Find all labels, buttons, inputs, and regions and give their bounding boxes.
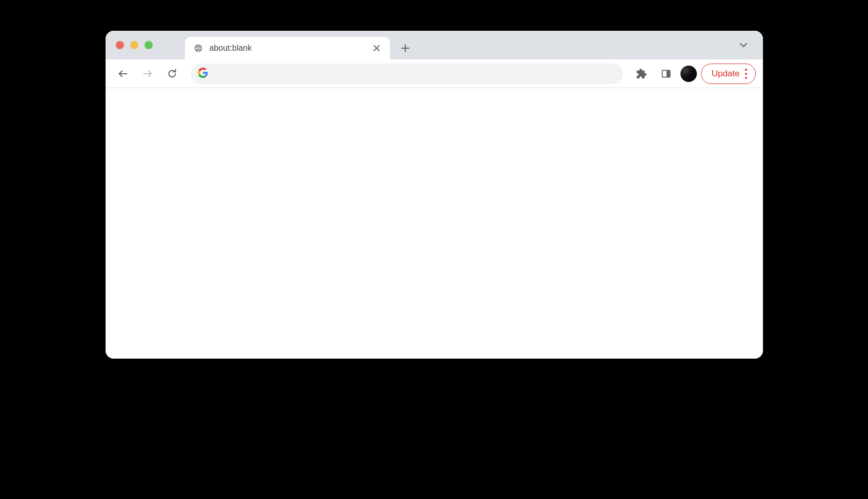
toolbar-right: Update bbox=[631, 64, 756, 84]
tabs-dropdown-button[interactable] bbox=[734, 36, 753, 54]
svg-rect-4 bbox=[667, 70, 670, 77]
close-tab-button[interactable] bbox=[371, 43, 382, 53]
browser-window: about:blank bbox=[106, 31, 763, 359]
window-controls bbox=[116, 41, 153, 49]
forward-button[interactable] bbox=[137, 64, 158, 84]
back-button[interactable] bbox=[113, 64, 133, 84]
close-icon bbox=[373, 45, 380, 52]
tab-title: about:blank bbox=[210, 44, 365, 53]
google-g-icon bbox=[198, 68, 208, 80]
profile-avatar[interactable] bbox=[680, 66, 697, 82]
update-button-label: Update bbox=[712, 69, 740, 79]
extensions-button[interactable] bbox=[631, 64, 652, 84]
arrow-right-icon bbox=[142, 68, 153, 79]
page-content bbox=[106, 88, 763, 359]
update-button[interactable]: Update bbox=[701, 64, 756, 84]
puzzle-piece-icon bbox=[636, 68, 647, 79]
chevron-down-icon bbox=[739, 40, 748, 50]
tab-strip: about:blank bbox=[106, 31, 763, 59]
browser-tab[interactable]: about:blank bbox=[185, 37, 390, 59]
toolbar: Update bbox=[106, 59, 763, 88]
plus-icon bbox=[401, 44, 410, 53]
side-panel-icon bbox=[661, 69, 671, 79]
maximize-window-button[interactable] bbox=[144, 41, 153, 49]
minimize-window-button[interactable] bbox=[130, 41, 138, 49]
tabs-area: about:blank bbox=[185, 31, 415, 59]
address-input[interactable] bbox=[213, 69, 616, 78]
side-panel-button[interactable] bbox=[656, 64, 676, 84]
globe-icon bbox=[193, 43, 203, 53]
reload-button[interactable] bbox=[162, 64, 182, 84]
address-bar[interactable] bbox=[191, 64, 623, 84]
close-window-button[interactable] bbox=[116, 41, 124, 49]
new-tab-button[interactable] bbox=[396, 39, 415, 57]
kebab-menu-icon bbox=[745, 69, 747, 79]
arrow-left-icon bbox=[117, 68, 129, 79]
reload-icon bbox=[167, 68, 178, 79]
